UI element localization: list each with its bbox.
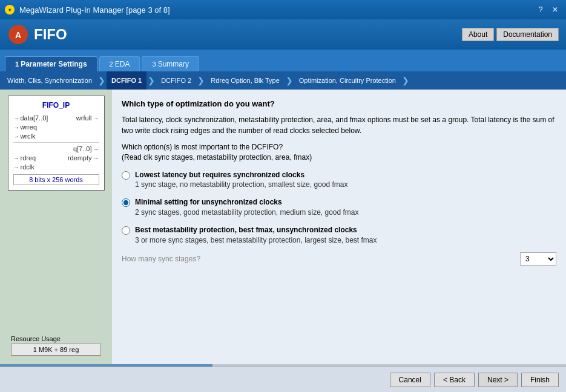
tab-eda[interactable]: 2 EDA [99, 56, 140, 71]
radio-item-1: Lowest latency but requires synchronized… [122, 170, 556, 191]
port-q-right: q[7..0] → [73, 145, 99, 152]
port-wrreq-label: wrreq [21, 123, 38, 131]
radio-group: Lowest latency but requires synchronized… [122, 170, 556, 246]
documentation-button[interactable]: Documentation [496, 28, 559, 41]
radio-opt3[interactable] [122, 226, 130, 235]
radio-label-2: Minimal setting for unsynchronized clock… [135, 197, 359, 218]
port-wrclk: → wrclk [13, 132, 99, 140]
fifo-title: FIFO_IP [13, 101, 99, 109]
breadcrumb-dcfifo1-label: DCFIFO 1 [111, 77, 142, 84]
breadcrumb-arrow-2: ❯ [148, 76, 155, 85]
title-bar-controls: ? ✕ [535, 5, 561, 15]
port-q: q[7..0] → [13, 145, 99, 152]
port-divider [13, 142, 99, 143]
about-button[interactable]: About [462, 28, 494, 41]
radio-opt3-sub: 3 or more sync stages, best metastabilit… [135, 235, 377, 246]
tab1-number: 1 [15, 60, 21, 68]
left-panel: FIFO_IP → data[7..0] wrfull → → wrreq [0, 90, 112, 364]
cancel-button[interactable]: Cancel [390, 373, 430, 387]
logo-icon: A [7, 24, 29, 45]
question-text: Which option(s) is most important to the… [122, 142, 556, 163]
resource-usage-value: 1 M9K + 89 reg [11, 344, 101, 356]
arrow-wrfull: → [93, 115, 99, 122]
breadcrumb-nav: Width, Clks, Synchronization ❯ DCFIFO 1 … [0, 71, 566, 90]
tab2-number: 2 [110, 60, 115, 68]
port-rdreq-label: rdreq [21, 154, 36, 162]
port-wrfull-right: wrfull → [76, 114, 99, 122]
radio-opt3-main: Best metastability protection, best fmax… [135, 225, 377, 235]
port-rdreq-left: → rdreq [13, 154, 36, 162]
arrow-rdclk: → [13, 164, 19, 171]
finish-button[interactable]: Finish [521, 373, 559, 387]
port-wrclk-label: wrclk [21, 132, 36, 140]
tab3-label: Summary [158, 60, 189, 68]
footer: Cancel < Back Next > Finish [0, 367, 566, 392]
tab2-label: EDA [115, 60, 130, 68]
app-icon: ✦ [5, 5, 15, 15]
app-header: A FIFO About Documentation [0, 19, 566, 50]
arrow-rdempty: → [93, 155, 99, 162]
radio-opt2[interactable] [122, 198, 130, 207]
breadcrumb-arrow-1: ❯ [98, 76, 105, 85]
description-text: Total latency, clock synchronization, me… [122, 114, 556, 136]
breadcrumb-width-label: Width, Clks, Synchronization [7, 77, 92, 84]
radio-opt1[interactable] [122, 171, 130, 180]
tab-summary[interactable]: 3 Summary [142, 56, 199, 71]
logo-title: FIFO [34, 26, 67, 43]
right-panel: Which type of optimization do you want? … [112, 90, 566, 364]
port-rdclk: → rdclk [13, 163, 99, 171]
port-rdempty-right: rdempty → [68, 154, 99, 162]
fifo-ports: → data[7..0] wrfull → → wrreq [13, 114, 99, 171]
app-logo: A FIFO [7, 24, 67, 45]
breadcrumb-arrow-4: ❯ [286, 76, 293, 85]
radio-opt1-main: Lowest latency but requires synchronized… [135, 170, 348, 180]
next-button[interactable]: Next > [478, 373, 518, 387]
radio-opt2-sub: 2 sync stages, good metastability protec… [135, 207, 359, 218]
arrow-q: → [93, 146, 99, 152]
breadcrumb-item-dcfifo1[interactable]: DCFIFO 1 [107, 71, 146, 90]
sync-stages-row: How many sync stages? 3 4 5 [122, 252, 556, 266]
breadcrumb-item-dcfifo2[interactable]: DCFIFO 2 [156, 71, 196, 90]
breadcrumb-arrow-5: ❯ [402, 76, 409, 85]
svg-text:A: A [15, 30, 21, 40]
port-rdempty-label: rdempty [68, 154, 92, 162]
question-line1: Which option(s) is most important to the… [122, 142, 556, 152]
port-data-label: data[7..0] [21, 114, 48, 122]
radio-opt2-main: Minimal setting for unsynchronized clock… [135, 197, 359, 207]
breadcrumb-dcfifo2-label: DCFIFO 2 [161, 77, 191, 84]
breadcrumb-item-optimization[interactable]: Optimization, Circuitry Protection [294, 71, 401, 90]
tab-parameter-settings[interactable]: 1 Parameter Settings [5, 56, 97, 71]
header-buttons: About Documentation [462, 28, 559, 41]
port-rdclk-label: rdclk [21, 163, 35, 171]
port-data-left: → data[7..0] [13, 114, 48, 122]
breadcrumb-item-width[interactable]: Width, Clks, Synchronization [2, 71, 97, 90]
window-title: MegaWizard Plug-In Manager [page 3 of 8] [19, 5, 170, 15]
port-rdreq: → rdreq rdempty → [13, 154, 99, 162]
breadcrumb-item-rdreq[interactable]: Rdreq Option, Blk Type [206, 71, 285, 90]
breadcrumb-rdreq-label: Rdreq Option, Blk Type [211, 77, 280, 84]
radio-label-3: Best metastability protection, best fmax… [135, 225, 377, 246]
resource-usage-label: Resource Usage [11, 335, 101, 342]
section-title: Which type of optimization do you want? [122, 99, 556, 108]
arrow-rdreq: → [13, 155, 19, 162]
back-button[interactable]: < Back [434, 373, 475, 387]
resource-usage-section: Resource Usage 1 M9K + 89 reg [6, 330, 106, 358]
breadcrumb-arrow-3: ❯ [197, 76, 205, 85]
close-button[interactable]: ✕ [549, 5, 561, 15]
port-wrfull-label: wrfull [76, 114, 92, 122]
port-wrclk-left: → wrclk [13, 132, 36, 140]
port-rdclk-left: → rdclk [13, 163, 35, 171]
radio-opt1-sub: 1 sync stage, no metastability protectio… [135, 180, 348, 190]
breadcrumb-optimization-label: Optimization, Circuitry Protection [299, 77, 396, 84]
question-line2: (Read clk sync stages, metastability pro… [122, 152, 556, 163]
sync-stages-select[interactable]: 3 4 5 [520, 252, 556, 266]
radio-item-2: Minimal setting for unsynchronized clock… [122, 197, 556, 218]
tab3-number: 3 [152, 60, 157, 68]
main-content: FIFO_IP → data[7..0] wrfull → → wrreq [0, 90, 566, 364]
title-bar-left: ✦ MegaWizard Plug-In Manager [page 3 of … [5, 5, 170, 15]
fifo-diagram: FIFO_IP → data[7..0] wrfull → → wrreq [8, 96, 105, 191]
help-button[interactable]: ? [535, 5, 547, 15]
port-wrreq: → wrreq [13, 123, 99, 131]
port-wrreq-left: → wrreq [13, 123, 38, 131]
radio-item-3: Best metastability protection, best fmax… [122, 225, 556, 246]
